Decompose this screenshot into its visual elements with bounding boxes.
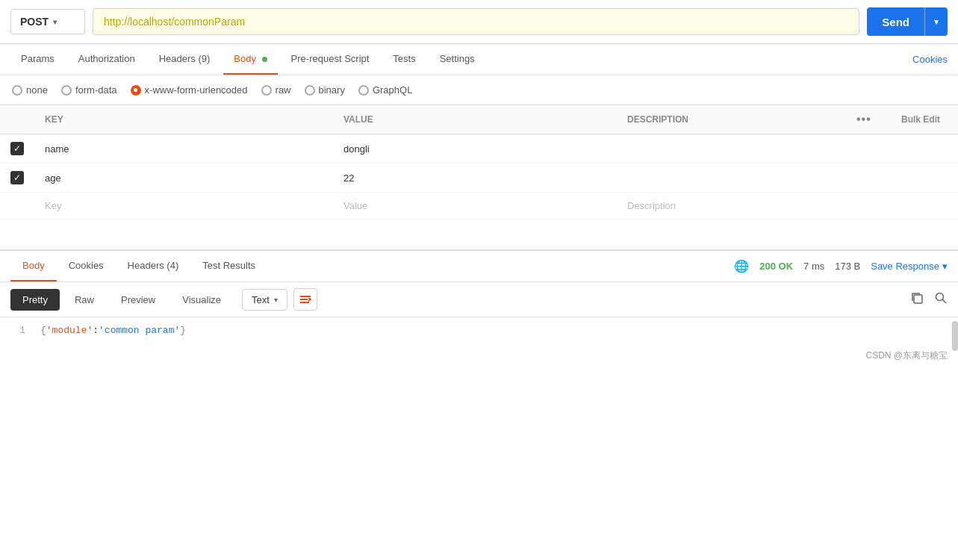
placeholder-key[interactable]: Key [34,193,333,220]
radio-binary[interactable]: binary [305,84,345,96]
radio-graphql-circle [358,85,369,96]
code-line-1: {'module':'common param'} [40,325,186,336]
radio-formdata-circle [61,85,72,96]
brace-close: } [180,325,186,336]
response-tabs: Body Cookies Headers (4) Test Results 🌐 … [0,251,958,282]
format-bar: Pretty Raw Preview Visualize Text ▾ [0,282,958,317]
fmt-tab-pretty[interactable]: Pretty [10,289,60,311]
line-number-1: 1 [10,325,25,336]
radio-none-circle [12,85,22,96]
radio-raw-label: raw [276,84,291,96]
radio-formdata-label: form-data [75,84,117,96]
col-key-header: KEY [34,105,333,134]
row1-key[interactable]: name [34,134,333,164]
row1-value[interactable]: dongli [333,134,617,164]
tab-cookies[interactable]: Cookies [912,45,948,74]
format-select[interactable]: Text ▾ [242,289,287,311]
row1-description[interactable] [617,134,846,164]
tab-params[interactable]: Params [10,44,65,75]
svg-line-5 [942,299,946,303]
method-label: POST [20,16,49,28]
resp-tab-test-results[interactable]: Test Results [190,251,267,281]
code-area: 1 {'module':'common param'} [0,317,958,343]
code-colon: : [93,325,99,336]
radio-form-data[interactable]: form-data [61,84,117,96]
code-key-module: 'module' [46,325,93,336]
row2-value[interactable]: 22 [333,164,617,193]
radio-none[interactable]: none [12,84,48,96]
radio-binary-circle [305,85,315,96]
code-val-module: 'common param' [99,325,180,336]
status-ok-badge: 200 OK [759,261,793,272]
response-size: 173 B [835,261,860,272]
save-response-button[interactable]: Save Response ▾ [871,261,948,272]
tab-tests[interactable]: Tests [382,44,426,75]
radio-raw[interactable]: raw [261,84,291,96]
request-tabs: Params Authorization Headers (9) Body Pr… [0,44,958,75]
radio-binary-label: binary [319,84,345,96]
resp-tab-cookies[interactable]: Cookies [57,251,116,281]
tab-pre-request[interactable]: Pre-request Script [281,44,380,75]
placeholder-value[interactable]: Value [333,193,617,220]
top-bar: POST ▾ Send ▾ [0,0,958,44]
radio-urlencoded[interactable]: x-www-form-urlencoded [131,84,248,96]
save-response-chevron-icon: ▾ [942,261,948,272]
col-bulk-header[interactable]: Bulk Edit [891,105,958,134]
fmt-tab-visualize[interactable]: Visualize [170,289,233,311]
search-icon[interactable] [934,291,948,308]
format-icons [910,291,948,308]
radio-graphql-label: GraphQL [373,84,412,96]
format-select-label: Text [252,294,270,305]
code-area-wrapper: 1 {'module':'common param'} [0,317,958,343]
body-dot-indicator [262,57,267,62]
radio-urlencoded-circle [131,85,141,96]
send-button[interactable]: Send ▾ [867,7,948,36]
send-chevron-icon[interactable]: ▾ [925,10,948,34]
row1-checkbox[interactable]: ✓ [10,142,24,155]
url-input[interactable] [93,8,859,35]
response-time: 7 ms [803,261,824,272]
response-section: Body Cookies Headers (4) Test Results 🌐 … [0,249,958,343]
col-desc-header: DESCRIPTION [617,105,846,134]
row2-key[interactable]: age [34,164,333,193]
copy-icon[interactable] [910,291,924,308]
format-select-chevron-icon: ▾ [274,296,278,304]
fmt-tab-preview[interactable]: Preview [109,289,167,311]
response-status-area: 🌐 200 OK 7 ms 173 B Save Response ▾ [734,253,948,279]
params-table: KEY VALUE DESCRIPTION ••• Bulk Edit ✓ na… [0,105,958,220]
svg-rect-3 [914,295,922,303]
table-row: ✓ age 22 [0,164,958,193]
tab-headers[interactable]: Headers (9) [149,44,221,75]
radio-raw-circle [261,85,272,96]
table-row: ✓ name dongli [0,134,958,164]
method-chevron-icon: ▾ [53,18,57,26]
more-options-icon[interactable]: ••• [856,113,871,125]
tab-settings[interactable]: Settings [429,44,485,75]
radio-urlencoded-label: x-www-form-urlencoded [145,84,248,96]
resp-tab-headers[interactable]: Headers (4) [116,251,191,281]
globe-icon[interactable]: 🌐 [734,259,749,273]
fmt-tab-raw[interactable]: Raw [63,289,106,311]
tab-authorization[interactable]: Authorization [68,44,146,75]
method-select[interactable]: POST ▾ [10,9,85,34]
body-type-bar: none form-data x-www-form-urlencoded raw… [0,75,958,105]
tab-body[interactable]: Body [223,44,277,75]
wrap-button[interactable] [293,288,317,311]
col-check-header [0,105,34,134]
radio-none-label: none [26,84,48,96]
placeholder-description[interactable]: Description [617,193,846,220]
table-row-placeholder: Key Value Description [0,193,958,220]
row2-description[interactable] [617,164,846,193]
radio-graphql[interactable]: GraphQL [358,84,412,96]
col-value-header: VALUE [333,105,617,134]
watermark: CSDN @东离与糖宝 [0,343,958,368]
brace-open: { [40,325,46,336]
row2-checkbox[interactable]: ✓ [10,171,24,184]
send-label: Send [867,8,924,36]
col-actions-header: ••• [846,105,891,134]
resp-tab-body[interactable]: Body [10,251,57,281]
scrollbar-indicator[interactable] [952,321,958,351]
wrap-icon [299,294,311,305]
